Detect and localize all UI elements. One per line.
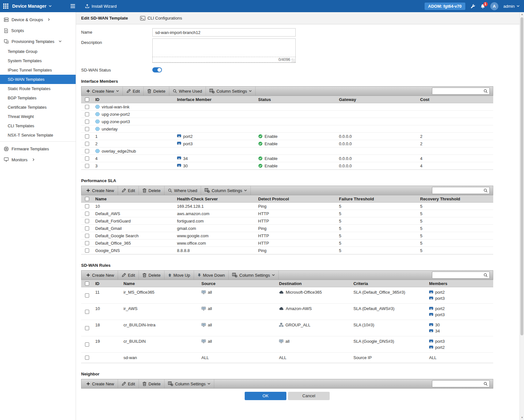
column-header-members[interactable]: Members [427,281,493,286]
table-row[interactable]: sd-wanALLALLSource IPALL [81,353,493,363]
app-title-menu[interactable]: Device Manager [12,4,52,9]
cancel-button[interactable]: Cancel [288,392,330,400]
table-row[interactable]: virtual-wan-link [81,103,493,111]
table-row[interactable]: 2port3Enable0.0.0.02 [81,140,493,147]
create-new-button[interactable]: Create New [83,186,118,195]
column-settings-button[interactable]: Column Settings [206,87,256,96]
column-header-cost[interactable]: Cost [418,97,493,102]
table-row[interactable]: 10ir_AWSallAmazon-AWSSLA (Default_AWS#3)… [81,304,493,320]
sidebar-item-bgp-templates[interactable]: BGP Templates [0,93,76,103]
delete-button[interactable]: Delete [139,271,165,280]
name-input[interactable] [152,28,296,37]
table-row[interactable]: Google_DNS8.8.8.8Ping55 [81,247,493,254]
edit-button[interactable]: Edit [118,186,139,195]
row-checkbox[interactable] [85,156,89,161]
table-row[interactable]: Default_AWSaws.amazon.comHTTP55 [81,210,493,217]
column-header-status[interactable]: Status [256,97,336,102]
column-header-gateway[interactable]: Gateway [336,97,418,102]
row-checkbox[interactable] [85,310,89,314]
delete-button[interactable]: Delete [139,186,165,195]
scroll-down-arrow[interactable]: ▼ [520,416,524,420]
column-header-failure-threshold[interactable]: Failure Threshold [336,197,418,201]
table-row[interactable]: overlay_edge2hub [81,147,493,155]
sidebar-item-scripts[interactable]: Scripts [0,25,76,36]
table-row[interactable]: 434Enable0.0.0.04 [81,155,493,162]
column-header-health-check-server[interactable]: Health-Check Server [174,197,256,201]
user-menu[interactable]: admin [503,4,520,9]
table-row[interactable]: upg-zone-port2 [81,111,493,118]
search-input[interactable] [435,89,484,93]
tools-button[interactable] [470,4,475,9]
column-header-id[interactable]: ID [93,97,174,102]
move-up-button[interactable]: Move Up [165,271,194,280]
move-down-button[interactable]: Move Down [194,271,229,280]
row-checkbox[interactable] [85,326,89,330]
cli-configurations-button[interactable]: CLI Configurations [140,16,182,21]
row-checkbox[interactable] [85,142,89,146]
row-checkbox[interactable] [85,293,89,298]
table-row[interactable]: 18cr_BUILDIN-IntraallGROUP_ALLSLA (10#3)… [81,320,493,336]
sidebar-item-firmware-templates[interactable]: Firmware Templates [0,143,76,154]
sidebar-item-cli-templates[interactable]: CLI Templates [0,121,76,130]
adom-badge[interactable]: ADOM: fgt64-v70 [425,3,465,10]
edit-button[interactable]: Edit [118,271,139,280]
edit-button[interactable]: Edit [123,87,144,96]
sidebar-item-monitors[interactable]: Monitors [0,154,76,165]
scrollbar-thumb[interactable] [520,17,523,335]
sidebar-item-device-groups[interactable]: Device & Groups [0,14,76,25]
column-header-name[interactable]: Name [93,197,174,201]
row-checkbox[interactable] [85,248,89,253]
sidebar-item-threat-weight[interactable]: Threat Weight [0,112,76,121]
column-header-name[interactable]: Name [121,281,199,286]
ok-button[interactable]: OK [245,392,286,400]
table-row[interactable]: Default_FortiGuardfortiguard.comHTTP55 [81,217,493,225]
where-used-button[interactable]: Where Used [165,186,201,195]
description-input[interactable] [153,39,295,57]
app-grid-icon[interactable] [3,4,8,9]
sdwan-status-toggle[interactable] [152,67,162,72]
where-used-button[interactable]: Where Used [169,87,206,96]
edit-button[interactable]: Edit [118,379,139,388]
sidebar-collapse-button[interactable] [70,4,75,8]
notifications-button[interactable]: 1 [480,4,485,9]
column-header-detect-protocol[interactable]: Detect Protocol [256,197,336,201]
create-new-button[interactable]: Create New [83,271,118,280]
row-checkbox[interactable] [85,105,89,109]
table-row[interactable]: 330Enable0.0.0.04 [81,162,493,170]
row-checkbox[interactable] [85,241,89,245]
row-checkbox[interactable] [85,219,89,223]
resize-handle-icon[interactable] [292,59,295,62]
row-checkbox[interactable] [85,112,89,116]
row-checkbox[interactable] [85,134,89,139]
column-header-recovery-threshold[interactable]: Recovery Threshold [418,197,493,201]
column-header-id[interactable]: ID [93,281,121,286]
sidebar-item-sd-wan-templates[interactable]: SD-WAN Templates [0,75,76,84]
search-input[interactable] [435,382,484,386]
search-input[interactable] [435,273,484,277]
row-checkbox[interactable] [85,356,89,360]
row-checkbox[interactable] [85,120,89,124]
table-row[interactable]: 10169.254.128.1Ping55 [81,203,493,210]
sidebar-item-static-route-templates[interactable]: Static Route Templates [0,84,76,93]
sidebar-item-nsx-t-service-template[interactable]: NSX-T Service Template [0,130,76,140]
row-checkbox[interactable] [85,234,89,238]
scroll-up-arrow[interactable]: ▲ [520,12,524,17]
sidebar-item-ipsec-tunnel-templates[interactable]: IPsec Tunnel Templates [0,65,76,75]
row-checkbox[interactable] [85,149,89,153]
table-row[interactable]: Default_Google Searchwww.google.comHTTP5… [81,232,493,239]
row-checkbox[interactable] [85,204,89,208]
sidebar-item-system-templates[interactable]: System Templates [0,56,76,65]
column-settings-button[interactable]: Column Settings [165,379,214,388]
row-checkbox[interactable] [85,212,89,216]
column-settings-button[interactable]: Column Settings [201,186,251,195]
install-wizard-button[interactable]: Install Wizard [85,4,117,9]
sidebar-item-template-group[interactable]: Template Group [0,47,76,56]
column-header-destination[interactable]: Destination [276,281,351,286]
column-header-interface-member[interactable]: Interface Member [174,97,256,102]
table-row[interactable]: upg-zone-port3 [81,118,493,125]
table-row[interactable]: underlay [81,125,493,133]
table-row[interactable]: Default_Gmailgmail.comPing55 [81,225,493,232]
search-input[interactable] [435,188,484,193]
create-new-button[interactable]: Create New [83,379,118,388]
row-checkbox[interactable] [85,127,89,131]
